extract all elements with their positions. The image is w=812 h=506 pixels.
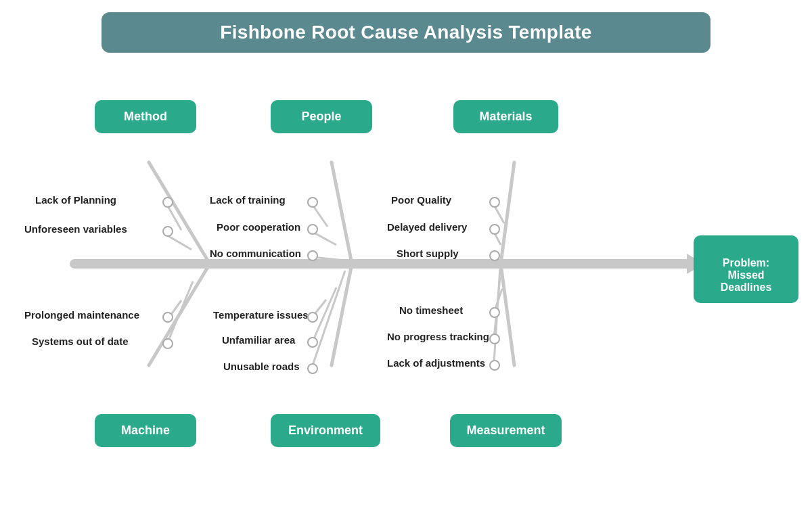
title-bar: Fishbone Root Cause Analysis Template	[102, 12, 710, 53]
dot-poor-cooperation	[307, 224, 318, 235]
dot-lack-of-training	[307, 197, 318, 208]
page-title: Fishbone Root Cause Analysis Template	[142, 22, 670, 43]
dot-short-supply	[489, 250, 500, 261]
cause-delayed-delivery: Delayed delivery	[387, 221, 467, 233]
svg-line-6	[332, 264, 352, 365]
cause-short-supply: Short supply	[397, 248, 459, 259]
dot-lack-of-adjustments	[489, 360, 500, 371]
cause-systems-out-of-date: Systems out of date	[32, 336, 129, 347]
svg-line-10	[313, 205, 328, 227]
dot-no-communication	[307, 250, 318, 261]
cause-unfamiliar-area: Unfamiliar area	[222, 334, 295, 346]
cause-temperature-issues: Temperature issues	[213, 309, 309, 321]
dot-temperature-issues	[307, 312, 318, 323]
cause-lack-of-planning: Lack of Planning	[35, 194, 116, 206]
svg-line-2	[149, 162, 210, 264]
dot-poor-quality	[489, 197, 500, 208]
dot-no-progress-tracking	[489, 334, 500, 344]
cause-lack-of-training: Lack of training	[210, 194, 286, 206]
cause-unusable-roads: Unusable roads	[223, 361, 300, 372]
category-machine: Machine	[95, 414, 196, 447]
dot-prolonged-maintenance	[162, 312, 173, 323]
category-people: People	[271, 100, 372, 133]
dot-lack-of-planning	[162, 197, 173, 208]
cause-poor-cooperation: Poor cooperation	[217, 221, 300, 233]
dot-unforeseen-variables	[162, 226, 173, 237]
dot-unfamiliar-area	[307, 337, 318, 348]
category-measurement: Measurement	[450, 414, 562, 447]
dot-systems-out-of-date	[162, 338, 173, 349]
svg-line-4	[501, 162, 514, 264]
svg-line-9	[167, 235, 191, 250]
svg-line-13	[494, 205, 504, 223]
dot-no-timesheet	[489, 307, 500, 318]
cause-no-timesheet: No timesheet	[399, 304, 463, 316]
category-method: Method	[95, 100, 196, 133]
cause-no-communication: No communication	[210, 248, 301, 259]
dot-unusable-roads	[307, 363, 318, 374]
category-problem: Problem: Missed Deadlines	[694, 235, 798, 303]
cause-prolonged-maintenance: Prolonged maintenance	[24, 309, 139, 321]
svg-line-3	[332, 162, 352, 264]
svg-line-11	[313, 232, 336, 245]
cause-no-progress-tracking: No progress tracking	[387, 331, 489, 342]
cause-lack-of-adjustments: Lack of adjustments	[387, 357, 485, 369]
cause-poor-quality: Poor Quality	[391, 194, 451, 206]
svg-line-7	[501, 264, 514, 365]
svg-line-5	[149, 264, 210, 365]
dot-delayed-delivery	[489, 224, 500, 235]
category-materials: Materials	[453, 100, 558, 133]
page-wrapper: Fishbone Root Cause Analysis Template	[0, 0, 812, 506]
category-environment: Environment	[271, 414, 380, 447]
cause-unforeseen-variables: Unforeseen variables	[24, 223, 127, 235]
